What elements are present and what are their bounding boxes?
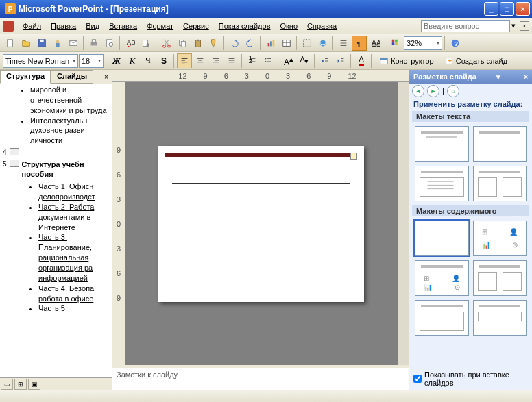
bullets-button[interactable]	[261, 53, 276, 68]
normal-view-button[interactable]: ▭	[1, 379, 13, 390]
new-button[interactable]	[3, 36, 18, 51]
layout-title-text[interactable]	[415, 166, 469, 201]
undo-button[interactable]	[227, 36, 242, 51]
layout-title-two-content[interactable]	[473, 260, 527, 296]
outline-body[interactable]: мировой и отечественной экономики и ры т…	[0, 84, 112, 377]
show-format-button[interactable]: ¶	[352, 36, 367, 51]
nav-forward-button[interactable]: ►	[427, 85, 439, 97]
color-button[interactable]	[388, 36, 403, 51]
print-button[interactable]	[86, 36, 101, 51]
hyperlink-button[interactable]	[315, 36, 330, 51]
menu-insert[interactable]: Вставка	[104, 21, 142, 32]
menu-file[interactable]: Файл	[18, 21, 46, 32]
align-center-button[interactable]	[193, 53, 208, 68]
format-painter-button[interactable]	[206, 36, 221, 51]
outline-slide-5[interactable]: 5 Структура учебн пособия	[3, 160, 109, 180]
email-button[interactable]	[66, 36, 81, 51]
outline-slide-4[interactable]: 4	[3, 148, 109, 158]
help-button[interactable]: ?	[448, 36, 463, 51]
designer-button[interactable]: Конструктор	[374, 53, 439, 68]
taskpane-close-button[interactable]: ×	[524, 73, 528, 81]
help-dropdown-icon[interactable]: ▾	[511, 21, 516, 30]
close-button[interactable]: ×	[516, 2, 530, 16]
tab-outline[interactable]: Структура	[0, 70, 51, 84]
minimize-button[interactable]: _	[484, 2, 498, 16]
layout-title-slide[interactable]	[415, 126, 469, 162]
grid-button[interactable]: A̲A̲	[367, 36, 383, 51]
research-button[interactable]	[138, 36, 154, 51]
vertical-scrollbar[interactable]	[398, 82, 409, 365]
align-left-button[interactable]	[177, 53, 192, 68]
increase-font-button[interactable]: A▴	[281, 53, 296, 68]
expand-button[interactable]	[336, 36, 351, 51]
spellcheck-button[interactable]: ABC	[123, 36, 138, 51]
layout-two-column[interactable]	[473, 166, 527, 201]
sorter-view-button[interactable]: ⊞	[14, 379, 27, 390]
paste-button[interactable]	[191, 36, 206, 51]
taskpane-menu-icon[interactable]: ▾	[496, 73, 500, 81]
doc-icon	[3, 21, 14, 32]
current-slide[interactable]	[158, 146, 364, 302]
menu-edit[interactable]: Правка	[46, 21, 81, 32]
zoom-combo[interactable]: 32%▾	[404, 36, 442, 50]
font-size-combo[interactable]: 18▾	[79, 54, 104, 68]
italic-button[interactable]: К	[125, 53, 140, 68]
layout-title-content[interactable]: ⊞👤📊⊙	[415, 260, 469, 296]
preview-button[interactable]	[102, 36, 117, 51]
outline-link[interactable]: Часть 2. Работа документами в Интернете	[38, 202, 109, 233]
increase-indent-button[interactable]	[333, 53, 348, 68]
svg-text:A̲A̲: A̲A̲	[371, 38, 380, 47]
tables-borders-button[interactable]	[300, 36, 315, 51]
svg-rect-65	[380, 58, 388, 60]
outline-link[interactable]: Часть 4. Безопа работа в офисе	[38, 284, 109, 304]
layout-content[interactable]: ⊞👤📊⊙	[473, 221, 527, 256]
font-name-combo[interactable]: Times New Roman▾	[3, 54, 78, 68]
chart-button[interactable]	[263, 36, 278, 51]
numbering-button[interactable]: 12	[245, 53, 260, 68]
nav-back-button[interactable]: ◄	[412, 85, 424, 97]
bold-button[interactable]: Ж	[109, 53, 124, 68]
mdi-close-button[interactable]: ×	[520, 21, 529, 31]
outline-link[interactable]: Часть 5.	[38, 303, 109, 314]
menu-view[interactable]: Вид	[81, 21, 104, 32]
maximize-button[interactable]: □	[500, 2, 514, 16]
slide-canvas[interactable]	[125, 82, 398, 365]
align-justify-button[interactable]	[224, 53, 239, 68]
save-button[interactable]	[34, 36, 49, 51]
decrease-indent-button[interactable]	[317, 53, 332, 68]
font-color-button[interactable]: A	[354, 53, 369, 68]
outline-link[interactable]: Часть 1. Офисн делопроизводст	[38, 181, 109, 202]
open-button[interactable]	[19, 36, 34, 51]
new-slide-button[interactable]: ✦Создать слайд	[439, 53, 512, 68]
slideshow-view-button[interactable]: ▣	[28, 379, 40, 390]
align-right-button[interactable]	[208, 53, 223, 68]
layout-title-only[interactable]	[473, 126, 527, 162]
outline-bullet[interactable]: мировой и отечественной экономики и ры т…	[30, 85, 109, 116]
cut-button[interactable]	[159, 36, 174, 51]
help-search-input[interactable]	[421, 20, 510, 32]
section-content-layouts: Макеты содержимого	[412, 205, 529, 216]
app-icon: P	[5, 3, 16, 14]
menu-window[interactable]: Окно	[276, 21, 303, 32]
underline-button[interactable]: Ч	[141, 53, 156, 68]
tab-slides[interactable]: Слайды	[51, 70, 93, 84]
decrease-font-button[interactable]: A▾	[297, 53, 312, 68]
layout-more-2[interactable]	[473, 300, 527, 336]
menu-help[interactable]: Справка	[302, 21, 341, 32]
tabs-close-button[interactable]: ×	[101, 70, 112, 84]
menu-tools[interactable]: Сервис	[178, 21, 214, 32]
copy-button[interactable]	[175, 36, 190, 51]
outline-link[interactable]: Часть 3. Планирование, рациональная орга…	[38, 232, 109, 283]
menu-slideshow[interactable]: Показ слайдов	[214, 21, 276, 32]
table-button[interactable]	[279, 36, 294, 51]
layout-more-1[interactable]	[415, 300, 469, 336]
notes-pane[interactable]: Заметки к слайду	[112, 365, 409, 390]
outline-bullet[interactable]: Интеллектуальн духовное разви личности	[30, 116, 109, 147]
nav-home-button[interactable]: ⌂	[447, 85, 459, 97]
menu-format[interactable]: Формат	[142, 21, 178, 32]
show-on-insert-checkbox[interactable]	[413, 375, 422, 383]
redo-button[interactable]	[243, 36, 258, 51]
permission-button[interactable]	[50, 36, 65, 51]
layout-blank[interactable]	[415, 221, 469, 256]
shadow-button[interactable]: S	[156, 53, 171, 68]
